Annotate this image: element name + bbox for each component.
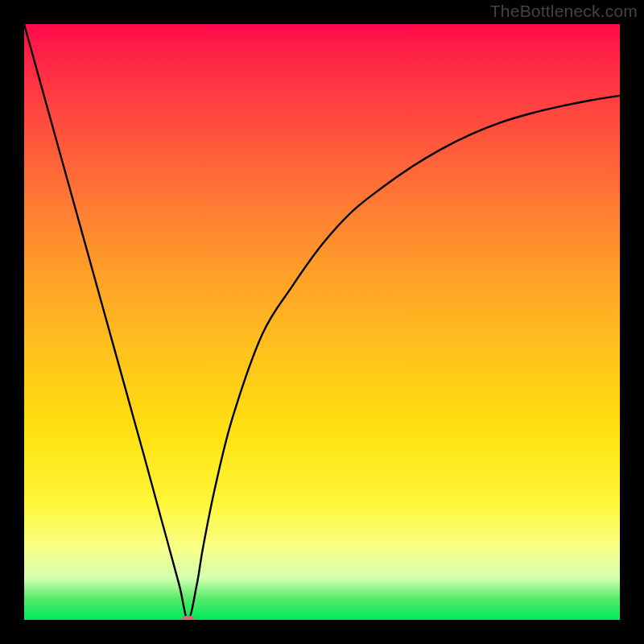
watermark-text: TheBottleneck.com	[490, 2, 638, 21]
minimum-marker	[182, 616, 195, 620]
chart-frame: TheBottleneck.com	[0, 0, 644, 644]
bottleneck-curve	[24, 24, 620, 620]
plot-area	[24, 24, 620, 620]
curve-path	[24, 24, 620, 620]
